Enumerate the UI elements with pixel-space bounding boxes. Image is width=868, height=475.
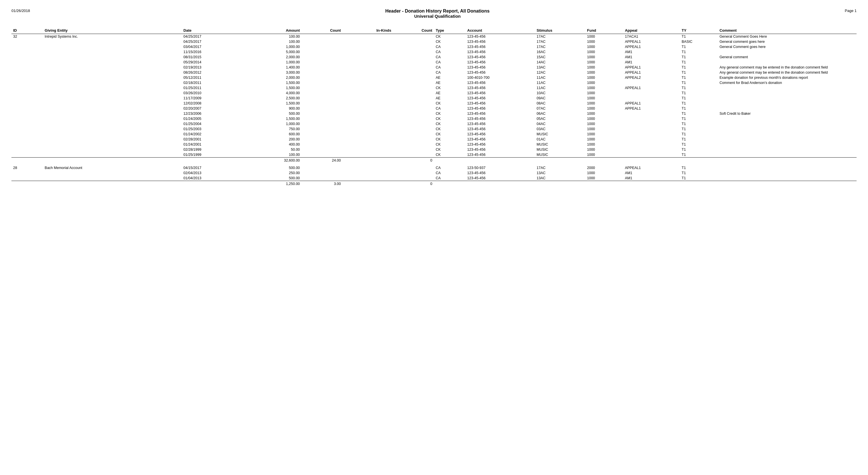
cell-account: 123-45-456 (466, 101, 535, 106)
cell-count2 (393, 44, 434, 49)
cell-account: 123-45-456 (466, 175, 535, 181)
cell-appeal: 17ACA1 (623, 34, 680, 39)
table-row: 03/26/2010 4,000.00 AE 123-45-456 10AC 1… (11, 91, 857, 96)
cell-count (302, 86, 342, 91)
cell-stimulus: MUSIC (535, 147, 585, 152)
cell-ty: BASIC (680, 39, 718, 44)
cell-appeal: APPEAL1 (623, 106, 680, 111)
cell-comment (718, 86, 857, 91)
subtotal-id (11, 181, 43, 187)
cell-ty: T1 (680, 175, 718, 181)
cell-stimulus: 17AC (535, 34, 585, 39)
cell-entity (43, 147, 182, 152)
cell-fund: 1000 (585, 175, 623, 181)
cell-date: 04/25/2017 (182, 34, 245, 39)
subtotal-stimulus (535, 181, 585, 187)
cell-comment: Any general comment may be entered in th… (718, 65, 857, 70)
cell-type: CK (434, 132, 465, 137)
cell-id (11, 44, 43, 49)
cell-inkinds (342, 127, 393, 132)
cell-ty: T1 (680, 142, 718, 147)
subtotal-ty (680, 181, 718, 187)
col-stimulus: Stimulus (535, 27, 585, 34)
cell-inkinds (342, 101, 393, 106)
cell-account: 123-45-456 (466, 34, 535, 39)
cell-type: AE (434, 80, 465, 86)
cell-appeal: APPEAL1 (623, 39, 680, 44)
cell-account: 123-50-937 (466, 165, 535, 170)
cell-entity (43, 116, 182, 121)
cell-stimulus: 01AC (535, 137, 585, 142)
cell-amount: 2,000.00 (245, 55, 302, 60)
table-row: 04/25/2017 100.00 CK 123-45-456 17AC 100… (11, 39, 857, 44)
cell-fund: 1000 (585, 65, 623, 70)
subtotal-type (434, 158, 465, 163)
cell-fund: 1000 (585, 170, 623, 175)
subtotal-count: 3.00 (302, 181, 342, 187)
cell-id (11, 152, 43, 158)
cell-appeal: AM1 (623, 170, 680, 175)
cell-fund: 1000 (585, 116, 623, 121)
cell-ty: T1 (680, 44, 718, 49)
col-type: Type (434, 27, 465, 34)
table-row: 01/24/2001 400.00 CK 123-45-456 MUSIC 10… (11, 142, 857, 147)
cell-entity (43, 137, 182, 142)
cell-appeal: AM1 (623, 55, 680, 60)
cell-date: 05/29/2014 (182, 60, 245, 65)
cell-account: 123-45-456 (466, 65, 535, 70)
cell-type: CA (434, 106, 465, 111)
cell-count (302, 132, 342, 137)
cell-appeal (623, 96, 680, 101)
subtotal-ty (680, 158, 718, 163)
cell-stimulus: 16AC (535, 49, 585, 55)
subtotal-fund (585, 181, 623, 187)
cell-ty: T1 (680, 75, 718, 80)
cell-account: 123-45-456 (466, 96, 535, 101)
col-count2: Count (393, 27, 434, 34)
cell-count (302, 39, 342, 44)
cell-inkinds (342, 165, 393, 170)
col-id: ID (11, 27, 43, 34)
cell-id: 32 (11, 34, 43, 39)
cell-count (302, 111, 342, 116)
cell-comment (718, 142, 857, 147)
cell-date: 11/15/2016 (182, 49, 245, 55)
table-row: 32 Intrepid Systems Inc. 04/25/2017 100.… (11, 34, 857, 39)
cell-comment: General Comment goes here (718, 44, 857, 49)
cell-type: CA (434, 175, 465, 181)
cell-account: 123-45-456 (466, 44, 535, 49)
cell-stimulus: 13AC (535, 65, 585, 70)
cell-comment: General comment goes here (718, 39, 857, 44)
cell-type: CK (434, 142, 465, 147)
cell-comment (718, 132, 857, 137)
cell-ty: T1 (680, 152, 718, 158)
cell-count2 (393, 127, 434, 132)
cell-date: 01/04/2013 (182, 175, 245, 181)
cell-fund: 1000 (585, 101, 623, 106)
cell-amount: 1,000.00 (245, 121, 302, 127)
cell-id (11, 86, 43, 91)
cell-account: 123-45-456 (466, 127, 535, 132)
cell-ty: T1 (680, 147, 718, 152)
cell-count2 (393, 142, 434, 147)
cell-stimulus: 10AC (535, 91, 585, 96)
cell-entity (43, 142, 182, 147)
cell-comment: General Comment Goes Here (718, 34, 857, 39)
cell-type: CK (434, 127, 465, 132)
cell-inkinds (342, 137, 393, 142)
cell-comment (718, 116, 857, 121)
cell-ty: T1 (680, 91, 718, 96)
cell-count (302, 91, 342, 96)
cell-count2 (393, 165, 434, 170)
cell-date: 12/23/2006 (182, 111, 245, 116)
cell-count2 (393, 60, 434, 65)
cell-ty: T1 (680, 116, 718, 121)
cell-id (11, 39, 43, 44)
report-title: Header - Donation History Report, All Do… (30, 8, 845, 14)
cell-id (11, 147, 43, 152)
cell-stimulus: MUSIC (535, 132, 585, 137)
cell-date: 02/19/2013 (182, 65, 245, 70)
cell-count (302, 34, 342, 39)
cell-fund: 2000 (585, 165, 623, 170)
subtotal-entity (43, 181, 182, 187)
